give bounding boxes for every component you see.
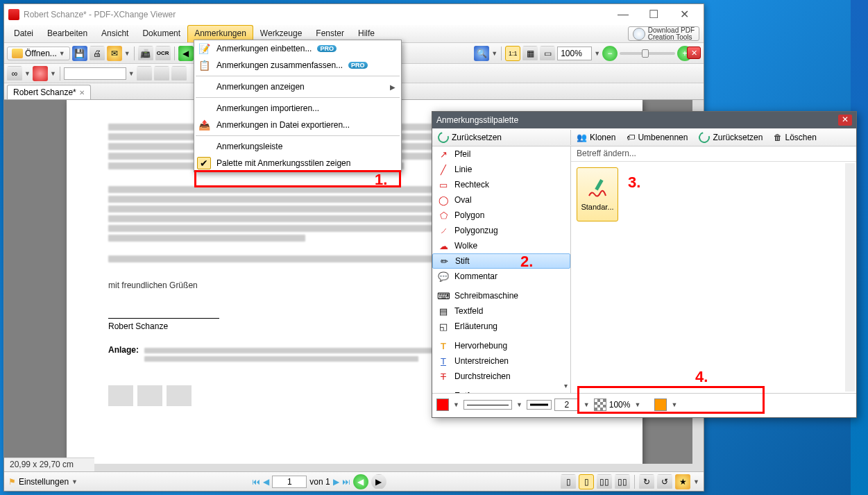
- tool-polygonzug[interactable]: ⟋Polygonzug: [432, 223, 570, 238]
- gallery-scrollbar[interactable]: [845, 163, 855, 392]
- palette-rename-button[interactable]: 🏷Umbenennen: [621, 131, 693, 144]
- fit-page-icon[interactable]: ▦: [522, 46, 538, 61]
- rotate-cw-icon[interactable]: ↻: [639, 474, 654, 489]
- mail-icon[interactable]: ✉: [107, 46, 122, 61]
- tool-entfernung[interactable]: ↔Entfernung: [432, 388, 570, 393]
- menu-summarize-annotations[interactable]: 📋Anmerkungen zusammenfassen...PRO: [194, 57, 401, 74]
- clone-icon: 👥: [577, 133, 587, 142]
- tool-oval[interactable]: ◯Oval: [432, 192, 570, 208]
- style-dropdown[interactable]: [64, 67, 126, 80]
- tool-linie[interactable]: ╱Linie: [432, 162, 570, 177]
- zoom-slider[interactable]: [620, 52, 675, 55]
- menu-bearbeiten[interactable]: Bearbeiten: [40, 25, 94, 42]
- close-all-tabs-button[interactable]: ✕: [687, 47, 701, 59]
- palette-subject-field[interactable]: Betreff ändern...: [571, 146, 856, 162]
- tool-kommentar[interactable]: 💬Kommentar: [432, 269, 570, 284]
- tool-textfeld[interactable]: ▤Textfeld: [432, 303, 570, 319]
- last-page-icon[interactable]: ⏭: [342, 477, 350, 487]
- zoom-field[interactable]: 100%: [557, 47, 592, 60]
- menu-show-annotations[interactable]: Anmerkungen anzeigen▶: [194, 78, 401, 95]
- tool-b-icon[interactable]: [154, 66, 169, 81]
- menu-show-style-palette[interactable]: ✔Palette mit Anmerkungsstilen zeigen: [194, 155, 401, 171]
- tool-pfeil[interactable]: ↗Pfeil: [432, 146, 570, 162]
- layout-single-icon[interactable]: ▯: [561, 474, 576, 489]
- settings-button[interactable]: Einstellungen: [19, 477, 69, 487]
- tool-a-icon[interactable]: [137, 66, 152, 81]
- menu-datei[interactable]: Datei: [7, 25, 40, 42]
- list-scroll-down-icon[interactable]: ▾: [564, 382, 568, 389]
- download-pdf-tools-button[interactable]: Download PDF Creation Tools: [628, 26, 699, 41]
- check-icon: ✔: [197, 157, 211, 169]
- open-button[interactable]: Öffnen...▼: [7, 47, 70, 60]
- tool-schreibmaschine[interactable]: ⌨Schreibmaschine: [432, 288, 570, 303]
- menu-dokument[interactable]: Dokument: [135, 25, 187, 42]
- actual-size-icon[interactable]: 1:1: [505, 46, 520, 61]
- scan-icon[interactable]: 📠: [138, 46, 153, 61]
- tool-durchstreichen[interactable]: TDurchstreichen: [432, 369, 570, 384]
- layout-cont-icon[interactable]: ▯: [579, 474, 594, 489]
- tool-c-icon[interactable]: [171, 66, 187, 81]
- line-width-field[interactable]: 2: [554, 398, 579, 411]
- tool-wolke[interactable]: ☁Wolke: [432, 238, 570, 253]
- link-tool-icon[interactable]: ∞: [7, 66, 22, 81]
- palette-close-button[interactable]: ✕: [838, 115, 852, 126]
- style-palette-window: Anmerkungsstilpalette ✕ Zurücksetzen 👥Kl…: [432, 111, 857, 418]
- document-tab[interactable]: Robert Schanze* ✕: [7, 85, 91, 99]
- nav-fwd-icon[interactable]: ▶: [371, 474, 386, 489]
- strike-icon: T: [438, 371, 449, 382]
- textbox-icon: ▤: [438, 305, 449, 317]
- palette-delete-button[interactable]: 🗑Löschen: [768, 131, 822, 144]
- delete-icon: 🗑: [774, 133, 782, 142]
- distance-icon: ↔: [438, 390, 449, 393]
- palette-reset-left[interactable]: Zurücksetzen: [432, 130, 507, 145]
- line-thickness-preview[interactable]: [527, 400, 552, 410]
- palette-reset-button[interactable]: Zurücksetzen: [693, 130, 768, 145]
- layout-facing-cont-icon[interactable]: ▯▯: [615, 474, 630, 489]
- prev-page-icon[interactable]: ◀: [263, 477, 269, 487]
- menu-ansicht[interactable]: Ansicht: [94, 25, 135, 42]
- stamp-tool-icon[interactable]: [33, 66, 48, 81]
- bookmark-icon[interactable]: ★: [675, 474, 690, 489]
- nav-back-icon[interactable]: ◀: [178, 46, 194, 61]
- minimize-button[interactable]: —: [608, 5, 638, 24]
- maximize-button[interactable]: ☐: [638, 5, 669, 24]
- arrow-icon: ↗: [438, 149, 449, 160]
- menu-import-annotations[interactable]: Anmerkungen importieren...: [194, 100, 401, 117]
- embed-icon: 📝: [197, 42, 211, 55]
- line-icon: ╱: [438, 164, 449, 175]
- zoom-out-icon[interactable]: −: [602, 46, 618, 61]
- menu-embed-annotations[interactable]: 📝Anmerkungen einbetten...PRO: [194, 40, 401, 57]
- tool-polygon[interactable]: ⬠Polygon: [432, 208, 570, 223]
- tool-hervorhebung[interactable]: THervorhebung: [432, 338, 570, 353]
- highlight-num-4: 4.: [695, 368, 708, 386]
- next-page-icon[interactable]: ▶: [333, 477, 339, 487]
- menu-export-annotations[interactable]: 📤Anmerkungen in Datei exportieren...: [194, 117, 401, 133]
- tool-unterstreichen[interactable]: TUnterstreichen: [432, 353, 570, 369]
- find-icon[interactable]: 🔍: [474, 46, 489, 61]
- oval-icon: ◯: [438, 194, 449, 205]
- settings-icon: ⚑: [8, 477, 16, 487]
- tool-stift[interactable]: ✏Stift: [432, 253, 570, 269]
- layout-facing-icon[interactable]: ▯▯: [597, 474, 612, 489]
- print-icon[interactable]: 🖨: [90, 46, 105, 61]
- tool-erlaeuterung[interactable]: ◱Erläuterung: [432, 319, 570, 334]
- palette-titlebar[interactable]: Anmerkungsstilpalette ✕: [432, 112, 856, 128]
- line-style-picker[interactable]: [463, 400, 512, 410]
- highlight-num-1: 1.: [375, 171, 387, 189]
- nav-back2-icon[interactable]: ◀: [353, 474, 368, 489]
- menu-annotation-bar[interactable]: Anmerkungsleiste: [194, 138, 401, 155]
- style-standard-thumb[interactable]: Standar...: [577, 167, 618, 221]
- ocr-icon[interactable]: OCR: [155, 46, 171, 61]
- fit-width-icon[interactable]: ▭: [540, 46, 555, 61]
- stroke-color-swatch[interactable]: [436, 398, 449, 411]
- first-page-icon[interactable]: ⏮: [252, 477, 260, 487]
- svg-rect-0: [595, 179, 603, 190]
- tool-rechteck[interactable]: ▭Rechteck: [432, 177, 570, 192]
- cloud-icon: ☁: [438, 240, 449, 251]
- close-button[interactable]: ✕: [669, 5, 699, 24]
- rotate-ccw-icon[interactable]: ↺: [657, 474, 672, 489]
- save-icon[interactable]: 💾: [72, 46, 87, 61]
- page-number-field[interactable]: 1: [272, 476, 307, 488]
- palette-clone-button[interactable]: 👥Klonen: [571, 131, 621, 144]
- tab-close-icon[interactable]: ✕: [79, 89, 85, 97]
